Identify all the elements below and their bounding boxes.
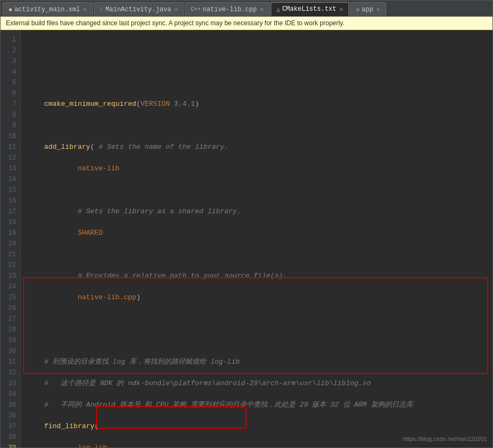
java-icon: C (100, 6, 104, 13)
tab-app[interactable]: ◇ app ✕ (350, 2, 386, 16)
tab-native-lib[interactable]: C++ native-lib.cpp ✕ (185, 2, 269, 16)
code-line-17: # 不同的 Android 版本号 和 CPU 架构 需要到对应的目录中查找，此… (27, 400, 486, 410)
line-number: 8 (1, 110, 20, 120)
line-number: 15 (1, 185, 20, 196)
warning-banner: External build files have changed since … (1, 17, 492, 30)
code-line-7 (27, 185, 486, 196)
tab-label: native-lib.cpp (202, 6, 257, 13)
code-line-5: add_library( # Sets the name of the libr… (27, 142, 486, 153)
tab-label: MainActivity.java (105, 6, 171, 13)
line-number: 2 (1, 45, 20, 56)
line-number: 7 (1, 99, 20, 110)
line-number: 27 (1, 314, 20, 324)
line-number: 16 (1, 196, 20, 206)
watermark: https://blog.csdn.net/han120201 (403, 436, 487, 442)
line-number: 24 (1, 281, 20, 292)
line-numbers: 1 2 3 4 5 6 7 8 9 10 11 12 13 14 15 16 1… (1, 30, 21, 447)
line-number: 25 (1, 292, 20, 303)
code-line-9: SHARED (27, 228, 486, 239)
line-number: 5 (1, 77, 20, 88)
close-icon[interactable]: ✕ (260, 6, 264, 13)
code-line-3: cmake_minimum_required(VERSION 3.4.1) (27, 99, 486, 110)
code-line-6: native-lib (27, 163, 486, 174)
code-line-1 (27, 56, 486, 67)
code-line-12: native-lib.cpp) (27, 292, 486, 303)
code-line-14 (27, 335, 486, 346)
line-number: 19 (1, 228, 20, 239)
app-icon: ◇ (356, 6, 360, 13)
line-number: 13 (1, 163, 20, 174)
line-number: 28 (1, 324, 20, 335)
cmake-icon: △ (277, 6, 280, 13)
line-number: 12 (1, 153, 20, 163)
code-line-11: # Provides a relative path to your sourc… (27, 271, 486, 281)
line-number: 23 (1, 271, 20, 281)
close-icon[interactable]: ✕ (339, 6, 343, 13)
line-number: 4 (1, 67, 20, 77)
editor-container: ◆ activity_main.xml ✕ C MainActivity.jav… (0, 0, 493, 448)
line-number: 36 (1, 410, 20, 421)
code-pre: cmake_minimum_required(VERSION 3.4.1) ad… (27, 56, 486, 447)
tab-bar: ◆ activity_main.xml ✕ C MainActivity.jav… (1, 1, 492, 17)
xml-icon: ◆ (9, 6, 12, 13)
tab-label: activity_main.xml (15, 6, 80, 13)
line-number: 18 (1, 217, 20, 228)
tab-cmakelists[interactable]: △ CMakeLists.txt ✕ (271, 2, 349, 16)
code-area: 1 2 3 4 5 6 7 8 9 10 11 12 13 14 15 16 1… (1, 30, 492, 447)
tab-activity-main[interactable]: ◆ activity_main.xml ✕ (3, 2, 93, 16)
line-number: 20 (1, 239, 20, 249)
line-number: 30 (1, 346, 20, 357)
line-number: 37 (1, 421, 20, 432)
line-number: 21 (1, 249, 20, 260)
code-line-13 (27, 314, 486, 324)
line-number: 32 (1, 367, 20, 378)
warning-text: External build files have changed since … (6, 19, 344, 27)
line-number: 6 (1, 88, 20, 99)
line-number: 3 (1, 56, 20, 67)
close-icon[interactable]: ✕ (83, 6, 87, 13)
code-line-10 (27, 249, 486, 260)
tab-main-activity[interactable]: C MainActivity.java ✕ (94, 2, 184, 16)
code-line-15: # 到预设的目录查找 log 库，将找到的路径赋值给 log-lib (27, 357, 486, 367)
line-number: 31 (1, 357, 20, 367)
line-number: 11 (1, 142, 20, 153)
code-line-16: # 这个路径是 NDK 的 ndk-bundle\platforms\andro… (27, 378, 486, 389)
close-icon[interactable]: ✕ (376, 6, 380, 13)
line-number: 26 (1, 303, 20, 314)
code-line-4 (27, 120, 486, 131)
line-number: 9 (1, 120, 20, 131)
tab-label: CMakeLists.txt (282, 5, 336, 13)
line-number: 33 (1, 378, 20, 389)
line-number: 34 (1, 389, 20, 400)
tab-label: app (362, 6, 374, 13)
line-number: 10 (1, 131, 20, 142)
code-line-8: # Sets the library as a shared library. (27, 206, 486, 217)
code-line-18: find_library( (27, 421, 486, 432)
line-number: 35 (1, 400, 20, 410)
line-number: 17 (1, 206, 20, 217)
line-number: 22 (1, 260, 20, 271)
line-number: 39 (1, 443, 20, 447)
code-line-19: log-lib (27, 443, 486, 447)
line-number: 38 (1, 432, 20, 443)
code-line-2 (27, 77, 486, 88)
line-number: 14 (1, 174, 20, 185)
line-number: 29 (1, 335, 20, 346)
close-icon[interactable]: ✕ (175, 6, 178, 13)
cpp-icon: C++ (191, 6, 200, 12)
code-content[interactable]: cmake_minimum_required(VERSION 3.4.1) ad… (21, 30, 492, 447)
line-number: 1 (1, 34, 20, 45)
